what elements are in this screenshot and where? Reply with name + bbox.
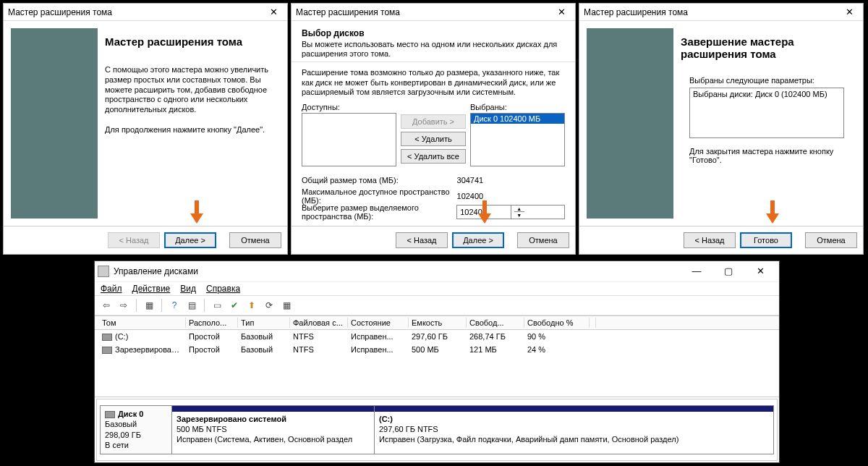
params-label: Выбраны следующие параметры:	[689, 76, 844, 85]
close-icon[interactable]: ✕	[744, 263, 776, 280]
close-icon[interactable]: ✕	[552, 5, 571, 20]
check-icon[interactable]: ✔	[227, 298, 242, 313]
back-icon[interactable]: ⇦	[99, 298, 114, 313]
total-size-value: 304741	[454, 174, 565, 187]
selected-item[interactable]: Диск 0 102400 МБ	[471, 114, 564, 124]
cancel-button[interactable]: Отмена	[517, 232, 569, 248]
finish-button[interactable]: Готово	[740, 232, 792, 248]
titlebar: Мастер расширения тома ✕	[4, 4, 287, 21]
close-icon[interactable]: ✕	[840, 5, 859, 20]
col-status[interactable]: Состояние	[348, 318, 409, 328]
choose-size-input[interactable]: 102400 ▲▼	[456, 205, 565, 219]
total-size-label: Общий размер тома (МБ):	[302, 176, 454, 185]
list-icon[interactable]: ▤	[184, 298, 199, 313]
col-layout[interactable]: Располо...	[186, 318, 238, 328]
window-title: Мастер расширения тома	[584, 7, 840, 17]
cancel-button[interactable]: Отмена	[229, 232, 281, 248]
max-space-value: 102400	[454, 190, 565, 203]
back-button: < Назад	[108, 232, 160, 248]
partition[interactable]: Зарезервировано системой 500 МБ NTFS Исп…	[172, 406, 375, 454]
back-button[interactable]: < Назад	[396, 232, 448, 248]
pointer-arrow	[478, 200, 491, 226]
view-icon[interactable]: ▦	[142, 298, 156, 313]
selected-label: Выбраны:	[470, 103, 565, 111]
selected-listbox[interactable]: Диск 0 102400 МБ	[470, 113, 565, 166]
disk-management-window: Управление дисками — ▢ ✕ Файл Действие В…	[94, 260, 780, 463]
dm-titlebar: Управление дисками — ▢ ✕	[95, 261, 779, 281]
toolbar: ⇦ ⇨ ▦ ? ▤ ▭ ✔ ⬆ ⟳ ▦	[95, 295, 779, 315]
wizard-paragraph: С помощью этого мастера можно увеличить …	[105, 65, 277, 115]
menu-bar[interactable]: Файл Действие Вид Справка	[95, 281, 779, 295]
col-volume[interactable]: Том	[99, 318, 186, 328]
summary-listbox[interactable]: Выбраны диски: Диск 0 (102400 МБ)	[689, 88, 844, 138]
summary-line: Выбраны диски: Диск 0 (102400 МБ)	[693, 90, 827, 98]
remove-all-button[interactable]: < Удалить все	[401, 149, 466, 164]
table-row[interactable]: (C:) Простой Базовый NTFS Исправен... 29…	[95, 330, 779, 343]
volumes-table: Том Располо... Тип Файловая с... Состоян…	[95, 315, 779, 397]
menu-view[interactable]: Вид	[180, 284, 196, 294]
cancel-button[interactable]: Отмена	[805, 232, 857, 248]
col-fs[interactable]: Файловая с...	[290, 318, 348, 328]
back-button[interactable]: < Назад	[684, 232, 736, 248]
disk-graphic: Диск 0 Базовый 298,09 ГБ В сети Зарезерв…	[96, 399, 778, 461]
add-button: Добавить >	[401, 114, 466, 129]
disk-info[interactable]: Диск 0 Базовый 298,09 ГБ В сети	[100, 405, 172, 454]
disk-icon	[102, 334, 112, 341]
col-type[interactable]: Тип	[238, 318, 290, 328]
wizard-heading: Завершение мастера расширения тома	[681, 35, 853, 60]
page-heading: Выбор дисков	[302, 28, 565, 38]
grid-icon[interactable]: ▦	[279, 298, 294, 313]
note-text: Расширение тома возможно только до разме…	[302, 68, 565, 97]
titlebar: Мастер расширения тома ✕	[292, 4, 575, 21]
col-free[interactable]: Свобод...	[467, 318, 524, 328]
pointer-arrow	[766, 200, 779, 226]
table-header: Том Располо... Тип Файловая с... Состоян…	[95, 315, 779, 330]
window-title: Мастер расширения тома	[8, 7, 264, 17]
help-icon[interactable]: ?	[167, 298, 182, 313]
col-cap[interactable]: Емкость	[409, 318, 467, 328]
partition[interactable]: (C:) 297,60 ГБ NTFS Исправен (Загрузка, …	[375, 406, 773, 454]
forward-icon[interactable]: ⇨	[116, 298, 131, 313]
wizard-paragraph: Для продолжения нажмите кнопку "Далее".	[105, 125, 277, 135]
closing-text: Для закрытия мастера нажмите кнопку "Гот…	[689, 147, 844, 164]
max-space-label: Максимальное доступное пространство (МБ)…	[302, 187, 454, 205]
wizard-1: Мастер расширения тома ✕ Мастер расширен…	[3, 3, 288, 255]
minimize-icon[interactable]: —	[681, 263, 712, 280]
dm-title: Управление дисками	[114, 266, 681, 276]
titlebar: Мастер расширения тома ✕	[579, 4, 863, 21]
disk-icon	[105, 411, 115, 418]
wizard-banner	[11, 28, 98, 219]
col-pct[interactable]: Свободно %	[524, 318, 590, 328]
up-icon[interactable]: ⬆	[244, 298, 259, 313]
pointer-arrow	[190, 200, 203, 226]
wizard-2: Мастер расширения тома ✕ Выбор дисков Вы…	[291, 3, 576, 255]
wizard-3: Мастер расширения тома ✕ Завершение маст…	[579, 3, 864, 255]
menu-file[interactable]: Файл	[101, 284, 122, 294]
available-listbox[interactable]	[302, 113, 396, 166]
menu-action[interactable]: Действие	[132, 284, 171, 294]
window-title: Мастер расширения тома	[296, 7, 552, 17]
available-label: Доступны:	[302, 103, 396, 111]
disk-icon	[102, 347, 112, 354]
spinner[interactable]: ▲▼	[511, 206, 564, 219]
page-subheading: Вы можете использовать место на одном ил…	[302, 40, 565, 59]
menu-help[interactable]: Справка	[206, 284, 240, 294]
props-icon[interactable]: ▭	[210, 298, 224, 313]
table-row[interactable]: Зарезервировано... Простой Базовый NTFS …	[95, 343, 779, 356]
refresh-icon[interactable]: ⟳	[262, 298, 276, 313]
wizard-banner	[587, 28, 673, 219]
app-icon	[98, 266, 109, 277]
wizard-heading: Мастер расширения тома	[105, 35, 277, 48]
remove-button[interactable]: < Удалить	[401, 132, 466, 146]
close-icon[interactable]: ✕	[264, 5, 283, 20]
choose-size-label: Выберите размер выделяемого пространства…	[302, 203, 456, 221]
next-button[interactable]: Далее >	[164, 232, 216, 248]
maximize-icon[interactable]: ▢	[712, 263, 744, 280]
next-button[interactable]: Далее >	[452, 232, 504, 248]
